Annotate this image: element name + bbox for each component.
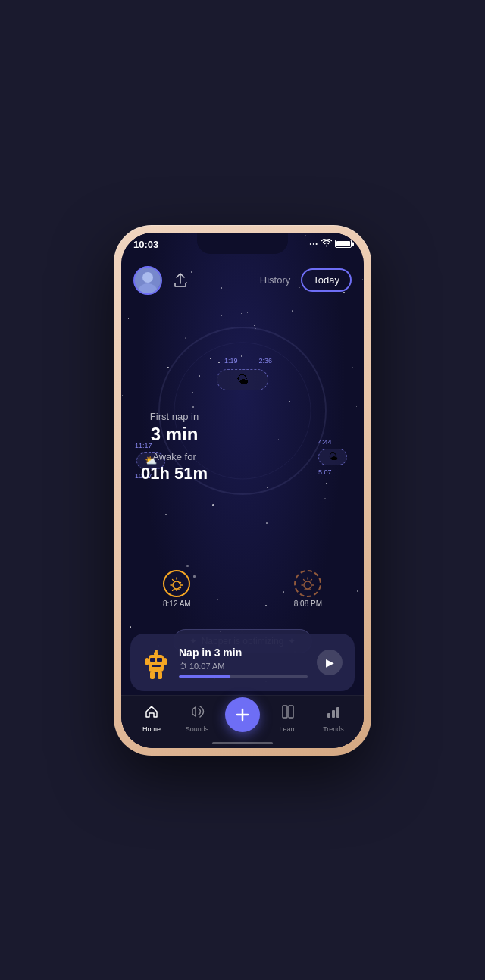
tab-learn-label: Learn [279, 725, 296, 733]
svg-point-12 [155, 650, 158, 653]
awake-label: Awake for [121, 451, 242, 462]
nap-time-right-end: 5:07 [318, 468, 332, 476]
nap-card[interactable]: Nap in 3 min ⏱ 10:07 AM ▶ [130, 634, 355, 691]
home-indicator [212, 742, 273, 744]
history-button[interactable]: History [252, 270, 298, 290]
nap-bubble-right: 4:44 5:07 🌤 [318, 449, 347, 465]
share-button[interactable] [168, 268, 192, 293]
status-bar: 10:03 ••• [121, 233, 364, 263]
robot-mascot [142, 644, 170, 681]
svg-rect-19 [327, 713, 330, 718]
status-icons: ••• [310, 239, 352, 249]
svg-rect-17 [283, 706, 287, 718]
sunset-marker: 8:08 PM [294, 570, 322, 608]
header-left [133, 266, 192, 295]
svg-rect-8 [150, 658, 155, 662]
nap-pill-right: 🌤 [318, 449, 347, 465]
add-button[interactable] [225, 697, 260, 732]
nap-time-top-end: 2:36 [258, 357, 272, 365]
tab-home[interactable]: Home [129, 704, 174, 733]
tab-home-label: Home [142, 725, 161, 733]
nap-time-row: ⏱ 10:07 AM [179, 662, 308, 671]
header-right: History Today [252, 268, 352, 292]
home-icon [144, 704, 159, 723]
center-info: First nap in 3 min Awake for 01h 51m [121, 411, 242, 484]
tab-learn[interactable]: Learn [265, 704, 311, 733]
svg-point-5 [173, 581, 180, 589]
tab-sounds[interactable]: Sounds [174, 704, 220, 733]
sunrise-marker: 8:12 AM [163, 570, 191, 608]
battery-icon [335, 240, 352, 248]
nap-pill-top: 🌤 [217, 369, 268, 390]
tab-trends-label: Trends [323, 725, 344, 733]
svg-rect-16 [158, 672, 162, 679]
status-time: 10:03 [133, 239, 158, 250]
svg-rect-18 [289, 706, 293, 718]
awake-time: 01h 51m [121, 464, 242, 484]
signal-dots: ••• [310, 240, 318, 247]
nap-title: Nap in 3 min [179, 647, 308, 659]
tab-bar: Home Sounds [121, 695, 364, 748]
first-nap-time: 3 min [121, 424, 242, 445]
nap-progress-bar [179, 675, 308, 678]
svg-rect-20 [332, 710, 335, 718]
nap-progress-fill [179, 675, 230, 678]
play-button[interactable]: ▶ [317, 650, 343, 675]
svg-rect-21 [336, 707, 340, 718]
svg-rect-7 [149, 655, 164, 672]
svg-point-1 [142, 272, 153, 283]
learn-icon [280, 704, 296, 723]
phone-frame: 10:03 ••• [114, 225, 371, 756]
nap-time-top-start: 1:19 [224, 357, 238, 365]
sunset-time: 8:08 PM [294, 600, 322, 608]
svg-point-6 [304, 581, 311, 589]
tab-add[interactable] [220, 705, 265, 732]
nap-time-right-start: 4:44 [318, 438, 332, 446]
nap-bubble-top: 1:19 2:36 🌤 [217, 369, 268, 390]
sunrise-icon [163, 570, 190, 597]
first-nap-label: First nap in [121, 411, 242, 422]
today-button[interactable]: Today [301, 268, 352, 292]
notch [197, 233, 288, 254]
svg-rect-15 [150, 672, 155, 679]
svg-rect-13 [146, 658, 149, 665]
wifi-icon [321, 239, 332, 249]
trends-icon [326, 704, 341, 723]
svg-rect-14 [164, 658, 167, 665]
tab-sounds-label: Sounds [186, 725, 209, 733]
nap-info: Nap in 3 min ⏱ 10:07 AM [179, 647, 308, 678]
phone-screen: 10:03 ••• [121, 233, 364, 748]
sunset-icon [294, 570, 321, 597]
sunrise-time: 8:12 AM [163, 600, 191, 608]
nap-clock: ⏱ 10:07 AM [179, 662, 224, 671]
sounds-icon [189, 704, 205, 723]
main-area: First nap in 3 min Awake for 01h 51m 1:1… [121, 301, 364, 748]
avatar[interactable] [133, 266, 162, 295]
svg-rect-10 [152, 665, 161, 667]
app-content: 10:03 ••• [121, 233, 364, 748]
svg-rect-9 [157, 658, 162, 662]
tab-trends[interactable]: Trends [311, 704, 356, 733]
